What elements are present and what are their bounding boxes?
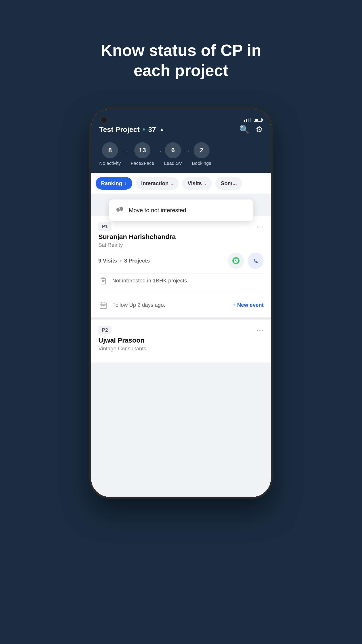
filter-tabs: Ranking ↓ Interaction ↓ Visits ↓ Som... [91, 173, 271, 194]
signal-bar-2 [246, 120, 247, 122]
pipeline-circle-2: 6 [165, 142, 181, 158]
pipeline-circle-3: 2 [194, 142, 210, 158]
pipeline-circle-0: 8 [102, 142, 118, 158]
divider-2 [98, 293, 264, 294]
card-2-rank: P2 [98, 326, 111, 334]
tab-interaction-label: Interaction [141, 180, 169, 186]
card-1-header: P1 ··· [98, 222, 264, 231]
note-row-2: Follow Up 2 days ago. + New event [98, 300, 264, 310]
card-2-company: Vintage Consultants [98, 346, 264, 352]
project-title-group: Test Project 37 ▲ [99, 126, 164, 134]
pipeline-item-3[interactable]: 2 Bookings [192, 142, 211, 166]
camera [100, 116, 108, 124]
pipeline-row: 8 No activity → 13 Face2Face → 6 Lead SV [99, 140, 263, 168]
tab-visits-label: Visits [187, 180, 202, 186]
tooltip-icon [115, 205, 124, 216]
card-1-stats: 9 Visits 3 Projects [98, 253, 264, 269]
card-1-name: Suranjan Harishchandra [98, 233, 264, 240]
tab-interaction-icon: ↓ [171, 180, 173, 186]
arrow-1: → [156, 148, 162, 155]
tab-interaction[interactable]: Interaction ↓ [136, 177, 179, 190]
cp-card-1: P1 ··· Suranjan Harishchandra Sai Realty… [91, 216, 271, 317]
signal-icon [244, 118, 251, 122]
card-1-actions [228, 253, 264, 269]
card-2-more[interactable]: ··· [256, 326, 264, 334]
battery-fill [255, 119, 258, 121]
phone-frame: Test Project 37 ▲ 🔍 ⚙ 8 [89, 107, 273, 499]
stats-dot [120, 260, 122, 262]
pipeline-label-0: No activity [99, 160, 121, 166]
note-row-1: Not interested in 1BHK projects. [98, 276, 264, 286]
tab-ranking[interactable]: Ranking ↓ [96, 177, 132, 190]
tab-ranking-icon: ↓ [124, 180, 127, 186]
card-1-projects: 3 Projects [124, 258, 150, 264]
cp-card-2: P2 ··· Ujwal Prasoon Vintage Consultants [91, 318, 271, 362]
whatsapp-button[interactable] [228, 253, 244, 269]
arrow-0: → [123, 148, 129, 155]
pipeline-label-1: Face2Face [131, 160, 154, 166]
pipeline-label-3: Bookings [192, 160, 211, 166]
arrow-2: → [184, 148, 190, 155]
pipeline-label-2: Lead SV [164, 160, 182, 166]
list-area: Move to not interested P1 ··· Suranjan H… [91, 194, 271, 497]
divider-1 [98, 273, 264, 274]
phone-screen: Test Project 37 ▲ 🔍 ⚙ 8 [91, 109, 271, 497]
pipeline-item-0[interactable]: 8 No activity [99, 142, 121, 166]
note-text-2: Follow Up 2 days ago. [112, 300, 229, 308]
card-1-visits: 9 Visits [98, 258, 117, 264]
expand-icon[interactable]: ▲ [159, 126, 164, 132]
tab-visits[interactable]: Visits ↓ [182, 177, 212, 190]
pipeline-circle-1: 13 [134, 142, 150, 158]
pipeline-item-1[interactable]: 13 Face2Face [131, 142, 154, 166]
page-headline: Know status of CP in each project [78, 40, 284, 80]
card-1-rank: P1 [98, 222, 111, 231]
card-2-header: P2 ··· [98, 326, 264, 334]
call-button[interactable] [248, 253, 264, 269]
calendar-icon [98, 300, 108, 310]
tab-more[interactable]: Som... [215, 177, 242, 190]
card-2-name: Ujwal Prasoon [98, 336, 264, 344]
signal-bar-3 [248, 118, 249, 122]
signal-bar-4 [250, 118, 251, 122]
pipeline-item-2[interactable]: 6 Lead SV [164, 142, 182, 166]
svg-rect-12 [101, 305, 103, 306]
tab-more-label: Som... [221, 180, 237, 186]
project-status-dot [143, 128, 145, 130]
battery-icon [254, 118, 262, 122]
tab-visits-icon: ↓ [204, 180, 206, 186]
card-1-more[interactable]: ··· [256, 222, 264, 231]
tab-ranking-label: Ranking [101, 180, 122, 186]
svg-point-3 [252, 257, 259, 264]
tooltip-text: Move to not interested [129, 207, 186, 214]
status-icons [244, 118, 262, 122]
headline-line2: each project [134, 62, 228, 80]
new-event-button[interactable]: + New event [233, 300, 264, 308]
screen-content: Test Project 37 ▲ 🔍 ⚙ 8 [91, 109, 271, 497]
note-text-1: Not interested in 1BHK projects. [112, 276, 264, 284]
card-1-company: Sai Realty [98, 242, 264, 248]
clipboard-icon [98, 276, 108, 286]
card-1-notes: Not interested in 1BHK projects. [98, 276, 264, 310]
signal-bar-1 [244, 120, 245, 122]
project-count: 37 [148, 126, 156, 134]
svg-rect-13 [103, 305, 105, 306]
project-name: Test Project [99, 126, 140, 134]
card-1-stats-left: 9 Visits 3 Projects [98, 258, 150, 264]
camera-inner [102, 118, 106, 122]
tooltip-popup: Move to not interested [109, 200, 253, 221]
phone-mockup: Test Project 37 ▲ 🔍 ⚙ 8 [89, 107, 273, 499]
headline-line1: Know status of CP in [101, 41, 261, 59]
status-bar [100, 113, 262, 126]
